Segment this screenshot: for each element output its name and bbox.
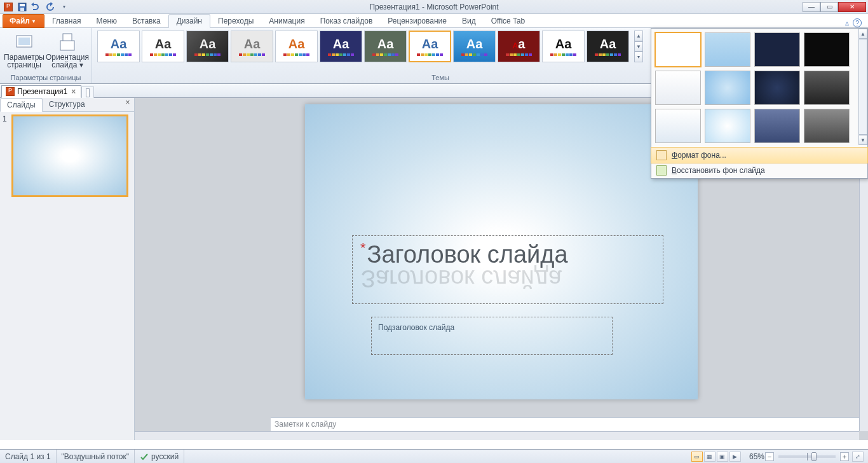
background-style-swatch[interactable] — [705, 109, 750, 143]
status-language[interactable]: русский — [135, 450, 184, 463]
outline-tab[interactable]: Структура — [43, 98, 92, 111]
tab-animation[interactable]: Анимация — [261, 15, 312, 27]
status-theme: "Воздушный поток" — [57, 450, 135, 463]
tab-home[interactable]: Главная — [44, 15, 89, 27]
ribbon-minimize-icon[interactable]: ▵ — [845, 18, 849, 27]
theme-item[interactable]: Aa — [364, 31, 407, 62]
theme-item[interactable]: Aa — [587, 31, 629, 62]
slide-thumbnail[interactable] — [11, 114, 128, 197]
slideshow-view-button[interactable]: ▶ — [729, 452, 741, 462]
theme-item[interactable]: Aa — [542, 31, 585, 62]
scroll-up-icon[interactable]: ▲ — [858, 29, 867, 39]
reading-view-button[interactable]: ▣ — [717, 452, 728, 462]
background-style-swatch[interactable] — [804, 71, 850, 105]
horizontal-scrollbar[interactable] — [135, 431, 859, 440]
normal-view-button[interactable]: ▭ — [691, 452, 703, 462]
page-setup-label: Параметры страницы — [4, 53, 44, 69]
notes-placeholder-text: Заметки к слайду — [275, 420, 336, 429]
slides-tab[interactable]: Слайды — [0, 98, 43, 112]
title-bar: ▾ Презентация1 - Microsoft PowerPoint — … — [0, 0, 868, 14]
fit-to-window-button[interactable]: ⤢ — [852, 452, 864, 462]
slide-orientation-button[interactable]: Ориентация слайда ▾ — [47, 31, 88, 69]
document-tab-label: Презентация1 — [17, 87, 67, 96]
reset-background-menu-item[interactable]: Восстановить фон слайда — [651, 163, 867, 178]
sorter-view-button[interactable]: ▦ — [704, 452, 715, 462]
maximize-button[interactable]: ▭ — [820, 2, 838, 12]
background-style-swatch[interactable] — [705, 71, 750, 105]
zoom-slider[interactable] — [778, 455, 836, 458]
slide-thumbnails[interactable]: 1 — [0, 112, 134, 440]
theme-item[interactable]: Aa — [320, 31, 362, 62]
redo-icon[interactable] — [44, 1, 56, 13]
qat-customize-icon[interactable]: ▾ — [58, 1, 70, 13]
theme-item[interactable]: Aa — [453, 31, 496, 62]
theme-item[interactable]: Aa — [231, 31, 273, 62]
slide-canvas[interactable]: * Заголовок слайда Заголовок слайда Подз… — [305, 104, 698, 399]
tab-slideshow[interactable]: Показ слайдов — [313, 15, 381, 27]
themes-scroll-down-icon[interactable]: ▼ — [634, 41, 643, 52]
format-background-icon — [656, 150, 667, 160]
themes-scroll-up-icon[interactable]: ▲ — [634, 31, 643, 41]
background-style-swatch[interactable] — [705, 32, 750, 67]
slide-panel: Слайды Структура × 1 — [0, 98, 135, 440]
group-page-setup-label: Параметры страницы — [0, 73, 92, 83]
document-tab-close-icon[interactable]: × — [70, 87, 77, 96]
title-reflection: Заголовок слайда — [361, 265, 562, 292]
theme-item[interactable]: Aa — [409, 31, 451, 62]
theme-item[interactable]: Aa — [275, 31, 318, 62]
subtitle-placeholder[interactable]: Подзаголовок слайда — [371, 317, 613, 355]
tab-review[interactable]: Рецензирование — [380, 15, 454, 27]
background-styles-panel: ▲ ▼ Формат фона... Восстановить фон слай… — [651, 28, 868, 179]
file-tab[interactable]: Файл — [3, 14, 44, 28]
svg-rect-2 — [20, 8, 24, 11]
background-style-swatch[interactable] — [655, 32, 701, 67]
themes-gallery-expand-icon[interactable]: ▾ — [634, 52, 643, 62]
tab-insert[interactable]: Вставка — [125, 15, 168, 27]
themes-scroll[interactable]: ▲ ▼ ▾ — [634, 31, 643, 62]
reset-background-label: Восстановить фон слайда — [672, 166, 765, 175]
status-slide-info: Слайд 1 из 1 — [0, 450, 57, 463]
minimize-button[interactable]: — — [803, 2, 820, 12]
undo-icon[interactable] — [31, 1, 42, 13]
reset-background-icon — [656, 165, 667, 176]
status-bar: Слайд 1 из 1 "Воздушный поток" русский ▭… — [0, 449, 868, 463]
new-document-tab[interactable] — [81, 86, 94, 98]
bg-panel-scroll[interactable]: ▲ ▼ — [858, 29, 867, 145]
tab-office-tab[interactable]: Office Tab — [484, 15, 533, 27]
background-style-swatch[interactable] — [655, 109, 701, 143]
window-title: Презентация1 - Microsoft PowerPoint — [0, 3, 868, 11]
tab-transitions[interactable]: Переходы — [210, 15, 261, 27]
background-style-swatch[interactable] — [804, 109, 850, 143]
window-buttons: — ▭ ✕ — [803, 1, 868, 13]
notes-pane[interactable]: Заметки к слайду — [271, 417, 859, 431]
zoom-value[interactable]: 65% — [749, 452, 764, 461]
tab-view[interactable]: Вид — [454, 15, 484, 27]
tab-design[interactable]: Дизайн — [168, 14, 210, 28]
theme-item[interactable]: Aa — [97, 31, 140, 62]
subtitle-text[interactable]: Подзаголовок слайда — [378, 323, 454, 332]
app-icon[interactable] — [3, 1, 14, 13]
background-style-swatch[interactable] — [754, 109, 800, 143]
scroll-down-icon[interactable]: ▼ — [858, 135, 867, 145]
help-icon[interactable]: ? — [853, 18, 862, 27]
powerpoint-file-icon — [6, 87, 15, 96]
background-style-swatch[interactable] — [804, 32, 850, 67]
ribbon-tabs: Файл Главная Меню Вставка Дизайн Переход… — [0, 14, 868, 28]
themes-gallery[interactable]: AaAaAaAaAaAaAaAaAaAaAaAa — [95, 29, 632, 64]
background-style-swatch[interactable] — [655, 71, 701, 105]
background-style-swatch[interactable] — [754, 71, 800, 105]
theme-item[interactable]: Aa — [186, 31, 229, 62]
zoom-slider-thumb[interactable] — [811, 452, 817, 461]
slide-panel-close-icon[interactable]: × — [121, 98, 134, 111]
save-icon[interactable] — [17, 1, 28, 13]
zoom-in-button[interactable]: + — [840, 452, 849, 461]
zoom-out-button[interactable]: − — [765, 452, 774, 461]
close-button[interactable]: ✕ — [838, 2, 866, 12]
background-style-swatch[interactable] — [754, 32, 800, 67]
format-background-menu-item[interactable]: Формат фона... — [651, 147, 868, 163]
document-tab-active[interactable]: Презентация1 × — [1, 85, 81, 98]
theme-item[interactable]: Aa — [142, 31, 184, 62]
theme-item[interactable]: Aa — [498, 31, 540, 62]
page-setup-button[interactable]: Параметры страницы — [4, 31, 44, 69]
tab-menu[interactable]: Меню — [89, 15, 125, 27]
